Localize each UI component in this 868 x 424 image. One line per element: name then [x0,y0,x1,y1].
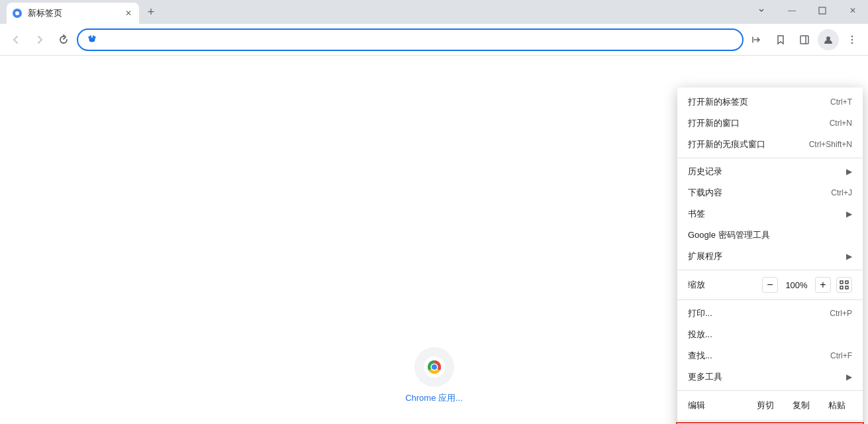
zoom-value: 100% [783,280,810,290]
svg-point-13 [851,42,853,43]
bookmark-button[interactable] [770,29,791,50]
zoom-increase-button[interactable]: + [815,277,831,293]
menu-item-passwords[interactable]: Google 密码管理工具 [677,225,863,246]
menu-item-print[interactable]: 打印... Ctrl+P [677,303,863,324]
zoom-controls: − 100% + [762,277,852,293]
menu-item-new-window[interactable]: 打开新的窗口 Ctrl+N [677,113,863,134]
toolbar-right [746,29,863,50]
tab-favicon [12,8,23,19]
menu-zoom-row: 缩放 − 100% + [677,273,863,297]
svg-point-6 [90,35,91,37]
cut-button[interactable]: 剪切 [750,397,781,414]
back-button[interactable] [5,29,26,50]
menu-item-extensions[interactable]: 扩展程序 ▶ [677,246,863,267]
menu-item-downloads[interactable]: 下载内容 Ctrl+J [677,182,863,203]
chrome-apps-icon-circle [414,347,454,387]
menu-item-bookmarks[interactable]: 书签 ▶ [677,203,863,225]
menu-divider-1 [677,158,863,158]
menu-divider-3 [677,299,863,300]
svg-rect-20 [840,286,843,289]
edit-label: 编辑 [688,399,745,411]
tab-close-button[interactable]: ✕ [123,8,134,19]
profile-button[interactable] [818,29,839,50]
active-tab[interactable]: 新标签页 ✕ [7,3,139,24]
svg-rect-18 [840,281,843,284]
tab-area: 新标签页 ✕ + [0,0,160,24]
close-button[interactable]: ✕ [838,0,868,21]
chrome-apps-label: Chrome 应用... [405,392,463,404]
tab-title: 新标签页 [28,7,118,19]
menu-item-new-tab[interactable]: 打开新的标签页 Ctrl+T [677,91,863,113]
menu-item-incognito[interactable]: 打开新的无痕式窗口 Ctrl+Shift+N [677,134,863,155]
svg-point-12 [851,38,853,40]
svg-rect-2 [819,7,826,14]
svg-point-11 [851,35,853,36]
menu-divider-2 [677,270,863,270]
zoom-fullscreen-button[interactable] [836,277,852,293]
svg-point-7 [93,35,94,37]
toolbar [0,24,868,56]
menu-item-history[interactable]: 历史记录 ▶ [677,161,863,182]
reload-button[interactable] [53,29,74,50]
svg-point-1 [15,11,19,15]
svg-rect-19 [845,281,848,284]
copy-button[interactable]: 复制 [786,397,816,414]
svg-point-17 [432,364,437,370]
sidebar-toggle-button[interactable] [794,29,815,50]
menu-item-find[interactable]: 查找... Ctrl+F [677,345,863,366]
edit-row: 编辑 剪切 复制 粘贴 [677,394,863,417]
arrow-down-control[interactable] [746,0,777,21]
svg-rect-21 [845,286,848,289]
paste-button[interactable]: 粘贴 [822,397,852,414]
menu-divider-5 [677,420,863,421]
menu-divider-4 [677,390,863,391]
maximize-button[interactable] [807,0,838,21]
omnibox-icon [86,32,98,47]
menu-button[interactable] [842,29,863,50]
share-button[interactable] [746,29,767,50]
content-area: Chrome 应用... 打开新的标签页 Ctrl+T 打开新的窗口 Ctrl+… [0,56,868,424]
svg-rect-8 [800,36,808,44]
zoom-decrease-button[interactable]: − [762,277,778,293]
new-tab-button[interactable]: + [142,3,160,21]
window-controls: — ✕ [746,0,868,21]
minimize-button[interactable]: — [777,0,807,21]
omnibox-input[interactable] [103,34,734,45]
omnibox[interactable] [77,28,744,51]
context-menu: 打开新的标签页 Ctrl+T 打开新的窗口 Ctrl+N 打开新的无痕式窗口 C… [677,87,863,424]
menu-item-cast[interactable]: 投放... [677,324,863,345]
chrome-apps[interactable]: Chrome 应用... [405,347,463,404]
menu-item-more-tools[interactable]: 更多工具 ▶ [677,366,863,388]
title-bar: 新标签页 ✕ + — ✕ [0,0,868,24]
forward-button[interactable] [29,29,50,50]
